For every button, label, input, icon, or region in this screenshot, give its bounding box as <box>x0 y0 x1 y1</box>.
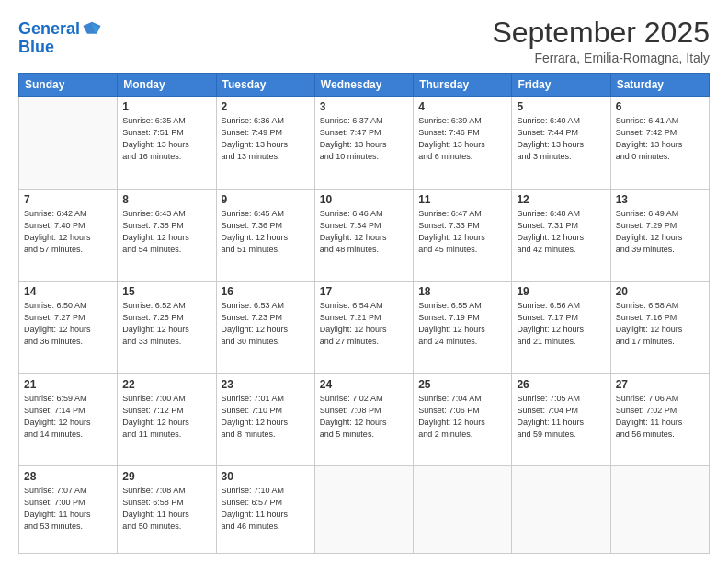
calendar-cell: 19Sunrise: 6:56 AMSunset: 7:17 PMDayligh… <box>512 282 610 374</box>
day-number: 6 <box>616 100 704 113</box>
calendar-cell: 24Sunrise: 7:02 AMSunset: 7:08 PMDayligh… <box>314 373 413 466</box>
page: General Blue September 2025 Ferrara, Emi… <box>0 0 728 563</box>
calendar-cell: 29Sunrise: 7:08 AMSunset: 6:58 PMDayligh… <box>118 466 216 554</box>
calendar-cell: 6Sunrise: 6:41 AMSunset: 7:42 PMDaylight… <box>610 97 709 190</box>
day-info: Sunrise: 6:35 AMSunset: 7:51 PMDaylight:… <box>122 115 210 163</box>
day-info: Sunrise: 6:39 AMSunset: 7:46 PMDaylight:… <box>418 115 506 163</box>
day-info: Sunrise: 7:02 AMSunset: 7:08 PMDaylight:… <box>320 393 408 441</box>
day-number: 27 <box>616 378 704 391</box>
day-number: 12 <box>517 193 605 206</box>
day-info: Sunrise: 6:45 AMSunset: 7:36 PMDaylight:… <box>222 208 310 256</box>
calendar-cell: 12Sunrise: 6:48 AMSunset: 7:31 PMDayligh… <box>512 189 610 282</box>
calendar-cell: 5Sunrise: 6:40 AMSunset: 7:44 PMDaylight… <box>512 97 610 190</box>
calendar-week-row: 7Sunrise: 6:42 AMSunset: 7:40 PMDaylight… <box>19 189 710 282</box>
day-number: 8 <box>122 193 210 206</box>
calendar-cell: 17Sunrise: 6:54 AMSunset: 7:21 PMDayligh… <box>314 282 413 374</box>
day-number: 10 <box>320 193 408 206</box>
logo-icon <box>82 18 102 39</box>
day-info: Sunrise: 7:00 AMSunset: 7:12 PMDaylight:… <box>122 393 210 441</box>
calendar-week-row: 21Sunrise: 6:59 AMSunset: 7:14 PMDayligh… <box>19 373 710 466</box>
calendar-cell: 23Sunrise: 7:01 AMSunset: 7:10 PMDayligh… <box>216 373 314 466</box>
day-number: 4 <box>418 100 506 113</box>
calendar-cell: 20Sunrise: 6:58 AMSunset: 7:16 PMDayligh… <box>610 282 709 374</box>
calendar-cell <box>19 97 118 190</box>
day-info: Sunrise: 7:01 AMSunset: 7:10 PMDaylight:… <box>222 393 310 441</box>
calendar-cell: 3Sunrise: 6:37 AMSunset: 7:47 PMDaylight… <box>314 97 413 190</box>
calendar-week-row: 1Sunrise: 6:35 AMSunset: 7:51 PMDaylight… <box>19 97 710 190</box>
weekday-header-friday: Friday <box>512 74 610 97</box>
day-number: 11 <box>418 193 506 206</box>
calendar-week-row: 14Sunrise: 6:50 AMSunset: 7:27 PMDayligh… <box>19 282 710 374</box>
day-info: Sunrise: 6:50 AMSunset: 7:27 PMDaylight:… <box>24 300 112 348</box>
day-number: 1 <box>122 100 210 113</box>
day-number: 22 <box>122 378 210 391</box>
day-info: Sunrise: 6:48 AMSunset: 7:31 PMDaylight:… <box>517 208 605 256</box>
calendar-cell: 14Sunrise: 6:50 AMSunset: 7:27 PMDayligh… <box>19 282 118 374</box>
day-number: 23 <box>222 378 310 391</box>
weekday-header-row: SundayMondayTuesdayWednesdayThursdayFrid… <box>19 74 710 97</box>
weekday-header-sunday: Sunday <box>19 74 118 97</box>
day-info: Sunrise: 7:04 AMSunset: 7:06 PMDaylight:… <box>418 393 506 441</box>
weekday-header-tuesday: Tuesday <box>216 74 314 97</box>
calendar-cell: 28Sunrise: 7:07 AMSunset: 7:00 PMDayligh… <box>19 466 118 554</box>
calendar-cell <box>512 466 610 554</box>
day-info: Sunrise: 6:49 AMSunset: 7:29 PMDaylight:… <box>616 208 704 256</box>
day-number: 3 <box>320 100 408 113</box>
day-number: 24 <box>320 378 408 391</box>
day-number: 30 <box>222 470 310 483</box>
day-number: 15 <box>122 285 210 298</box>
day-info: Sunrise: 6:54 AMSunset: 7:21 PMDaylight:… <box>320 300 408 348</box>
calendar-cell <box>414 466 512 554</box>
calendar-cell: 26Sunrise: 7:05 AMSunset: 7:04 PMDayligh… <box>512 373 610 466</box>
location-subtitle: Ferrara, Emilia-Romagna, Italy <box>492 51 710 65</box>
day-info: Sunrise: 6:55 AMSunset: 7:19 PMDaylight:… <box>418 300 506 348</box>
day-info: Sunrise: 6:58 AMSunset: 7:16 PMDaylight:… <box>616 300 704 348</box>
day-number: 2 <box>222 100 310 113</box>
month-title: September 2025 <box>492 17 710 49</box>
day-info: Sunrise: 6:59 AMSunset: 7:14 PMDaylight:… <box>24 393 112 441</box>
day-number: 25 <box>418 378 506 391</box>
day-number: 9 <box>222 193 310 206</box>
calendar-cell: 9Sunrise: 6:45 AMSunset: 7:36 PMDaylight… <box>216 189 314 282</box>
calendar-cell: 22Sunrise: 7:00 AMSunset: 7:12 PMDayligh… <box>118 373 216 466</box>
calendar-cell: 21Sunrise: 6:59 AMSunset: 7:14 PMDayligh… <box>19 373 118 466</box>
weekday-header-wednesday: Wednesday <box>314 74 413 97</box>
day-number: 18 <box>418 285 506 298</box>
calendar-cell: 7Sunrise: 6:42 AMSunset: 7:40 PMDaylight… <box>19 189 118 282</box>
calendar-cell: 15Sunrise: 6:52 AMSunset: 7:25 PMDayligh… <box>118 282 216 374</box>
calendar-table: SundayMondayTuesdayWednesdayThursdayFrid… <box>18 73 710 554</box>
calendar-cell: 10Sunrise: 6:46 AMSunset: 7:34 PMDayligh… <box>314 189 413 282</box>
header: General Blue September 2025 Ferrara, Emi… <box>18 17 710 65</box>
day-info: Sunrise: 7:08 AMSunset: 6:58 PMDaylight:… <box>122 485 210 533</box>
day-number: 19 <box>517 285 605 298</box>
calendar-cell: 25Sunrise: 7:04 AMSunset: 7:06 PMDayligh… <box>414 373 512 466</box>
calendar-cell: 27Sunrise: 7:06 AMSunset: 7:02 PMDayligh… <box>610 373 709 466</box>
day-number: 16 <box>222 285 310 298</box>
day-number: 21 <box>24 378 112 391</box>
logo-blue: Blue <box>18 39 102 57</box>
day-info: Sunrise: 6:46 AMSunset: 7:34 PMDaylight:… <box>320 208 408 256</box>
day-number: 14 <box>24 285 112 298</box>
logo-text: General <box>18 20 80 39</box>
day-number: 5 <box>517 100 605 113</box>
day-info: Sunrise: 6:40 AMSunset: 7:44 PMDaylight:… <box>517 115 605 163</box>
title-block: September 2025 Ferrara, Emilia-Romagna, … <box>492 17 710 65</box>
day-info: Sunrise: 6:56 AMSunset: 7:17 PMDaylight:… <box>517 300 605 348</box>
day-info: Sunrise: 6:43 AMSunset: 7:38 PMDaylight:… <box>122 208 210 256</box>
day-info: Sunrise: 7:10 AMSunset: 6:57 PMDaylight:… <box>222 485 310 533</box>
calendar-cell: 30Sunrise: 7:10 AMSunset: 6:57 PMDayligh… <box>216 466 314 554</box>
day-info: Sunrise: 7:07 AMSunset: 7:00 PMDaylight:… <box>24 485 112 533</box>
day-number: 17 <box>320 285 408 298</box>
day-number: 28 <box>24 470 112 483</box>
day-number: 20 <box>616 285 704 298</box>
calendar-cell: 18Sunrise: 6:55 AMSunset: 7:19 PMDayligh… <box>414 282 512 374</box>
calendar-week-row: 28Sunrise: 7:07 AMSunset: 7:00 PMDayligh… <box>19 466 710 554</box>
weekday-header-monday: Monday <box>118 74 216 97</box>
calendar-cell: 8Sunrise: 6:43 AMSunset: 7:38 PMDaylight… <box>118 189 216 282</box>
calendar-cell: 11Sunrise: 6:47 AMSunset: 7:33 PMDayligh… <box>414 189 512 282</box>
weekday-header-saturday: Saturday <box>610 74 709 97</box>
day-info: Sunrise: 6:42 AMSunset: 7:40 PMDaylight:… <box>24 208 112 256</box>
day-number: 13 <box>616 193 704 206</box>
day-info: Sunrise: 6:41 AMSunset: 7:42 PMDaylight:… <box>616 115 704 163</box>
day-info: Sunrise: 6:53 AMSunset: 7:23 PMDaylight:… <box>222 300 310 348</box>
